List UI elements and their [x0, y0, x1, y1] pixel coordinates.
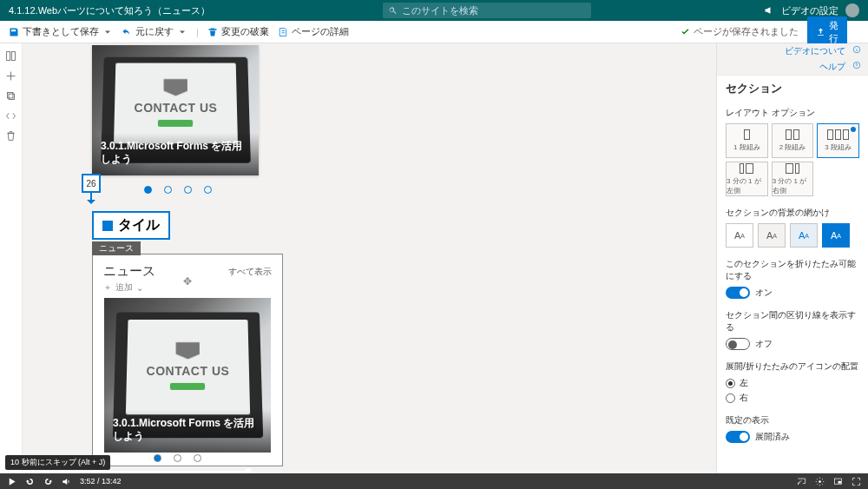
search-icon: [388, 6, 398, 16]
news-tile-1[interactable]: CONTACT US 3.0.1.Microsoft Forms を活用しよう: [92, 45, 259, 175]
trash-icon: [207, 27, 218, 37]
section-panel: ビデオについて ヘルプ ? セクション レイアウト オプション 1 段組み 2 …: [716, 43, 868, 473]
help-link[interactable]: ヘルプ: [819, 61, 845, 73]
square-icon: [102, 221, 113, 231]
layout-label: レイアウト オプション: [726, 107, 859, 119]
webpart-type-tab: ニュース: [92, 241, 141, 255]
play-icon[interactable]: [7, 477, 16, 486]
svg-rect-2: [7, 92, 13, 98]
svg-point-7: [819, 480, 821, 483]
divider-label: セクション間の区切り線を表示する: [726, 309, 859, 334]
command-bar: 下書きとして保存 元に戻す | 変更の破棄 ページの詳細 ページが保存されました…: [0, 21, 868, 43]
fullscreen-icon[interactable]: [852, 477, 861, 486]
default-display-toggle[interactable]: 展開済み: [726, 431, 859, 443]
layout-third-left[interactable]: 3 分の 1 が左側: [726, 162, 768, 196]
news-tile-2[interactable]: CONTACT US 3.0.1.Microsoft Forms を活用しよう: [104, 298, 271, 453]
layout-1col[interactable]: 1 段組み: [726, 123, 768, 158]
step-badge: 26: [82, 174, 101, 193]
video-time: 3:52 / 13:42: [80, 477, 122, 486]
bg-strong[interactable]: AA: [822, 223, 850, 248]
news-tile-image: CONTACT US 3.0.1.Microsoft Forms を活用しよう: [92, 45, 259, 175]
check-icon: [681, 27, 690, 36]
move-icon[interactable]: ✥: [183, 275, 192, 287]
svg-rect-1: [11, 52, 15, 61]
svg-rect-9: [838, 480, 841, 483]
copy-icon[interactable]: [5, 90, 16, 102]
news-tile-image: CONTACT US 3.0.1.Microsoft Forms を活用しよう: [104, 298, 271, 453]
news-tile-title: 3.0.1.Microsoft Forms を活用しよう: [104, 410, 271, 453]
collapse-label: このセクションを折りたたみ可能にする: [726, 258, 859, 282]
left-rail: [0, 43, 23, 473]
news-webpart-frame[interactable]: ニュース ニュース すべて表示 ＋追加⌄ ✥ CONTACT US 3.0.1.…: [92, 254, 283, 466]
undo-icon: [122, 27, 132, 37]
undo-button[interactable]: 元に戻す: [122, 25, 187, 38]
publish-icon: [816, 27, 825, 36]
carousel-dots-2[interactable]: [154, 454, 201, 462]
chevron-down-icon: [102, 27, 113, 37]
layout-third-right[interactable]: 3 分の 1 が右側: [772, 162, 814, 196]
bg-neutral[interactable]: AA: [758, 223, 786, 248]
settings-icon[interactable]: [815, 477, 825, 486]
search-box[interactable]: このサイトを検索: [383, 3, 591, 18]
align-right-radio[interactable]: 右: [726, 392, 859, 404]
carousel-dots-1[interactable]: [144, 186, 212, 194]
help-icon[interactable]: ?: [852, 61, 861, 69]
pip-icon[interactable]: [833, 477, 843, 486]
megaphone-icon[interactable]: [764, 5, 774, 16]
cast-icon[interactable]: [797, 477, 806, 486]
bg-soft[interactable]: AA: [790, 223, 818, 248]
suite-bar: 4.1.12.Webパーツについて知ろう（ニュース） このサイトを検索 ビデオの…: [0, 0, 868, 21]
skip-back-tooltip: 10 秒前にスキップ (Alt + J): [5, 455, 110, 470]
search-placeholder: このサイトを検索: [402, 4, 478, 17]
volume-icon[interactable]: [62, 477, 71, 486]
svg-rect-0: [7, 52, 10, 61]
details-icon: [278, 27, 288, 37]
default-display-label: 既定の表示: [726, 414, 859, 426]
see-all-link[interactable]: すべて表示: [228, 266, 272, 278]
page-canvas: CONTACT US 3.0.1.Microsoft Forms を活用しよう …: [23, 43, 716, 473]
skip-back-icon[interactable]: [25, 477, 35, 486]
section-icon[interactable]: [5, 50, 16, 62]
skip-fwd-icon[interactable]: [43, 477, 53, 486]
save-draft-button[interactable]: 下書きとして保存: [9, 25, 113, 38]
save-icon: [9, 27, 19, 37]
chevron-down-icon: [177, 27, 187, 37]
webpart-title[interactable]: ニュース: [103, 263, 155, 280]
video-about-link[interactable]: ビデオについて: [785, 45, 845, 57]
news-tile-title: 3.0.1.Microsoft Forms を活用しよう: [92, 133, 259, 175]
callout-tile: タイル: [92, 211, 170, 240]
page-title: 4.1.12.Webパーツについて知ろう（ニュース）: [0, 4, 210, 17]
collapse-toggle[interactable]: オン: [726, 287, 859, 299]
layout-2col[interactable]: 2 段組み: [772, 123, 814, 158]
panel-title: セクション: [717, 76, 868, 102]
discard-button[interactable]: 変更の破棄: [207, 25, 269, 38]
user-avatar[interactable]: [845, 3, 859, 17]
video-settings-label[interactable]: ビデオの設定: [781, 4, 838, 17]
bg-label: セクションの背景の網かけ: [726, 207, 859, 219]
delete-icon[interactable]: [5, 130, 16, 142]
code-icon[interactable]: [5, 110, 16, 122]
expand-button[interactable]: [852, 24, 863, 40]
video-controls: 3:52 / 13:42: [0, 473, 868, 489]
svg-text:?: ?: [856, 63, 858, 68]
icon-align-label: 展開/折りたたみのアイコンの配置: [726, 360, 859, 373]
bg-none[interactable]: AA: [726, 223, 753, 248]
layout-3col[interactable]: 3 段組み: [817, 123, 859, 158]
divider-toggle[interactable]: オフ: [726, 338, 859, 350]
info-icon[interactable]: [852, 45, 861, 54]
save-status: ページが保存されました: [681, 25, 799, 38]
add-icon[interactable]: [5, 70, 16, 82]
svg-rect-3: [9, 94, 15, 100]
page-details-button[interactable]: ページの詳細: [278, 25, 349, 38]
align-left-radio[interactable]: 左: [726, 377, 859, 389]
